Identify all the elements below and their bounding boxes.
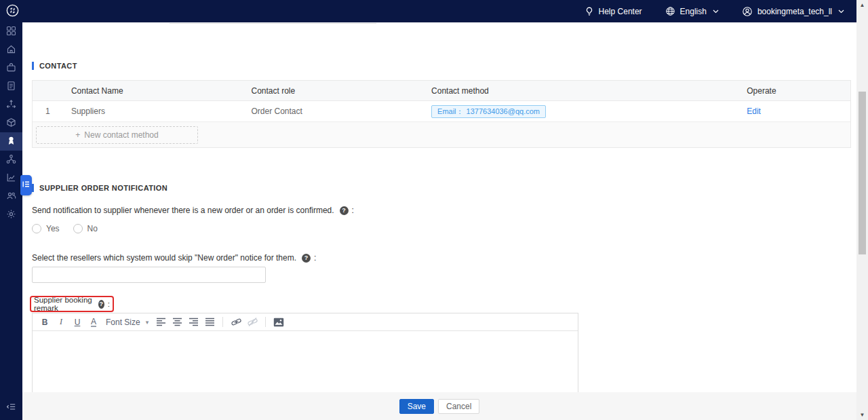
contact-role-value: Order Contact xyxy=(243,101,423,121)
analytics-icon xyxy=(6,172,16,185)
radio-circle-icon xyxy=(32,224,41,233)
font-size-label: Font Size xyxy=(106,318,140,327)
column-header-contact-role: Contact role xyxy=(243,81,423,100)
team-icon xyxy=(6,191,16,203)
radio-yes-label: Yes xyxy=(46,224,60,233)
language-selector[interactable]: English xyxy=(665,6,719,16)
toolbar-separator xyxy=(222,317,223,327)
radio-no[interactable]: No xyxy=(73,224,98,233)
caret-down-icon: ▾ xyxy=(146,319,149,326)
bold-button[interactable]: B xyxy=(37,315,53,330)
section-accent-bar xyxy=(32,62,34,70)
scroll-down-arrow-icon[interactable]: ▼ xyxy=(856,410,868,420)
scroll-up-arrow-icon[interactable]: ▲ xyxy=(856,0,868,10)
sidebar-collapse-button[interactable] xyxy=(0,400,22,416)
underline-glyph: U xyxy=(75,318,81,327)
package-icon xyxy=(6,117,16,130)
italic-button[interactable]: I xyxy=(53,315,69,330)
radio-yes[interactable]: Yes xyxy=(32,224,60,233)
globe-icon xyxy=(665,6,675,16)
help-center-label: Help Center xyxy=(599,7,642,16)
plus-icon: + xyxy=(75,130,80,140)
notification-section-title: SUPPLIER ORDER NOTIFICATION xyxy=(32,184,167,192)
distribution-icon xyxy=(6,154,16,166)
align-right-button[interactable] xyxy=(185,315,201,330)
chevron-down-icon xyxy=(713,9,719,14)
operate-cell: Edit xyxy=(738,101,850,121)
order-form-icon xyxy=(6,81,16,93)
help-icon[interactable]: ? xyxy=(98,300,104,309)
section-accent-bar xyxy=(32,184,34,192)
editor-content-area[interactable] xyxy=(33,331,578,392)
align-justify-button[interactable] xyxy=(201,315,218,330)
contact-table: Contact Name Contact role Contact method… xyxy=(32,80,851,148)
save-button[interactable]: Save xyxy=(399,399,434,414)
language-label: English xyxy=(680,7,707,16)
contact-table-footer: + New contact method xyxy=(33,122,850,148)
column-header-operate: Operate xyxy=(738,81,850,100)
annotation-red-box: Supplier booking remark ? : xyxy=(30,296,114,312)
edit-link[interactable]: Edit xyxy=(747,107,761,116)
list-lines-icon xyxy=(22,180,30,190)
align-left-button[interactable] xyxy=(153,315,169,330)
scrolled-element-edge xyxy=(170,23,376,24)
contact-title-label: CONTACT xyxy=(39,62,77,70)
italic-glyph: I xyxy=(60,317,62,327)
font-size-dropdown[interactable]: Font Size ▾ xyxy=(102,318,153,327)
app-root: Help Center English xyxy=(0,0,868,420)
email-chip-address: 1377634036@qq.com xyxy=(467,107,540,115)
skip-resellers-label: Select the resellers which system would … xyxy=(32,253,296,263)
transfer-icon xyxy=(6,99,16,111)
column-header-contact-method: Contact method xyxy=(423,81,738,100)
bold-glyph: B xyxy=(42,318,48,327)
sidebar-item-orders[interactable] xyxy=(0,77,22,96)
sidebar-item-channels[interactable] xyxy=(0,96,22,114)
collapse-menu-icon xyxy=(6,402,16,414)
radio-no-label: No xyxy=(87,224,98,233)
sidebar-item-products[interactable] xyxy=(0,59,22,77)
sidebar-item-supplier[interactable] xyxy=(0,132,22,151)
new-contact-method-button[interactable]: + New contact method xyxy=(36,126,198,144)
supplier-badge-icon xyxy=(6,136,16,148)
help-center-button[interactable]: Help Center xyxy=(585,6,642,16)
sidebar-item-analytics[interactable] xyxy=(0,169,22,187)
contact-section-title: CONTACT xyxy=(32,62,77,70)
email-chip[interactable]: Email： 1377634036@qq.com xyxy=(431,105,546,118)
skip-resellers-question: Select the resellers which system would … xyxy=(32,253,316,263)
insert-image-button[interactable] xyxy=(271,315,287,330)
supplier-remark-label: Supplier booking remark xyxy=(34,296,93,312)
chevron-down-icon xyxy=(838,9,844,14)
send-notification-question: Send notification to supplier whenever t… xyxy=(32,206,354,215)
sidebar-nav xyxy=(0,22,22,420)
sidebar-item-team[interactable] xyxy=(0,187,22,206)
sidebar-item-dashboard[interactable] xyxy=(0,22,22,41)
align-center-button[interactable] xyxy=(169,315,185,330)
skip-resellers-input[interactable] xyxy=(32,267,266,283)
link-button[interactable] xyxy=(228,315,244,330)
toolbar-separator xyxy=(265,317,266,327)
sidebar-item-home[interactable] xyxy=(0,41,22,59)
remark-editor: B I U A Font Size ▾ xyxy=(32,313,578,393)
scrollbar-thumb[interactable] xyxy=(859,92,866,254)
lightbulb-icon xyxy=(585,6,594,16)
font-color-button[interactable]: A xyxy=(85,315,102,330)
footer-action-bar: Save Cancel xyxy=(22,392,856,420)
help-icon[interactable]: ? xyxy=(340,206,349,215)
email-chip-type: Email： xyxy=(437,107,464,117)
side-panel-tab[interactable] xyxy=(20,175,32,195)
sidebar-item-distribution[interactable] xyxy=(0,151,22,169)
contact-table-header-row: Contact Name Contact role Contact method… xyxy=(33,81,850,101)
underline-button[interactable]: U xyxy=(69,315,85,330)
unlink-button[interactable] xyxy=(244,315,260,330)
sidebar-item-inventory[interactable] xyxy=(0,114,22,132)
colon-text: : xyxy=(108,300,110,308)
notification-radio-group: Yes No xyxy=(32,224,98,233)
supplier-remark-question: Supplier booking remark ? : xyxy=(34,296,110,312)
cancel-button[interactable]: Cancel xyxy=(438,399,479,414)
page-scrollbar: ▲ ▼ xyxy=(856,0,868,420)
help-icon[interactable]: ? xyxy=(302,254,311,263)
sidebar-item-settings[interactable] xyxy=(0,206,22,224)
user-menu[interactable]: bookingmeta_tech_ll xyxy=(742,6,844,17)
contact-name-value: Suppliers xyxy=(63,101,243,121)
brand-logo-icon[interactable] xyxy=(5,3,20,20)
